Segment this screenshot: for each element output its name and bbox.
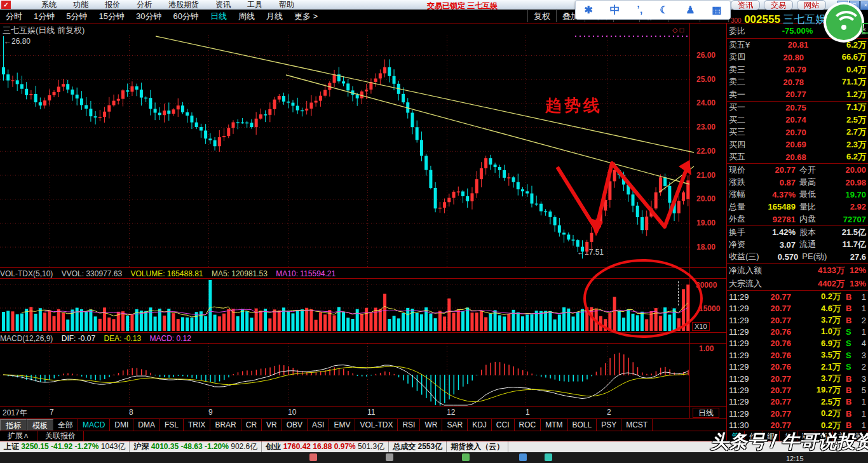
- indicator-tab[interactable]: KDJ: [468, 419, 492, 431]
- indicator-tab[interactable]: ASI: [308, 419, 329, 431]
- indicator-tab[interactable]: MTM: [541, 419, 567, 431]
- indicator-tab[interactable]: CR: [241, 419, 262, 431]
- buy-level-row[interactable]: 买四20.692.3万: [727, 138, 868, 151]
- buy-level-row[interactable]: 买三20.702.7万: [727, 126, 868, 139]
- wifi-arc-mid: [836, 16, 857, 37]
- indicator-group-button[interactable]: 模板: [27, 419, 53, 431]
- ime-toolbar[interactable]: ✱中’,☾♟▦: [575, 0, 731, 20]
- indicator-tab[interactable]: MACD: [78, 419, 110, 431]
- indicator-tab[interactable]: VOL-TDX: [355, 419, 398, 431]
- timeframe-item[interactable]: 30分钟: [130, 10, 167, 23]
- chinese-mode-icon[interactable]: 中: [610, 1, 620, 19]
- chart-tool-button[interactable]: 复权: [527, 10, 556, 22]
- indicator-tab[interactable]: ROC: [515, 419, 541, 431]
- menu-item[interactable]: 分析: [128, 0, 160, 10]
- indicator-tab[interactable]: PSY: [597, 419, 621, 431]
- level-volume: 1.2万: [846, 89, 866, 100]
- timeframe-item[interactable]: 15分钟: [93, 10, 130, 23]
- menu-item[interactable]: 帮助: [271, 0, 302, 10]
- timeframe-item[interactable]: 5分钟: [60, 10, 93, 23]
- indicator-tab[interactable]: DMI: [110, 419, 133, 431]
- trade-tick-row[interactable]: 11:2920.763.5万S3: [727, 349, 868, 361]
- sell-level-row[interactable]: 卖一20.771.2万: [727, 88, 868, 101]
- taskbar-icon[interactable]: [519, 453, 527, 461]
- trade-tick-row[interactable]: 11:2920.762.1万S2: [727, 361, 868, 372]
- timeframe-item[interactable]: 60分钟: [167, 10, 204, 23]
- timeframe-item[interactable]: 更多 >: [288, 10, 323, 23]
- menu-item[interactable]: 系统: [33, 0, 65, 10]
- taskbar-icon[interactable]: [309, 453, 317, 461]
- indicator-tab[interactable]: BOLL: [568, 419, 597, 431]
- taskbar-icon[interactable]: [386, 453, 393, 461]
- paw-icon[interactable]: ✱: [584, 1, 592, 19]
- taskbar-icon[interactable]: [545, 453, 552, 461]
- main-chart-canvas[interactable]: [0, 35, 689, 267]
- menu-item[interactable]: 资讯: [207, 0, 239, 10]
- taskbar-icon[interactable]: [462, 453, 470, 461]
- indicator-tab[interactable]: WR: [420, 419, 442, 431]
- stock-info: 现价20.77今开20.00涨跌0.87最高20.98涨幅4.37%最低19.7…: [727, 163, 868, 263]
- expand-item[interactable]: 关联报价: [37, 431, 84, 441]
- trade-count: 1: [857, 420, 866, 430]
- trade-tick-row[interactable]: 11:2920.774.6万B1: [727, 303, 868, 314]
- top-button[interactable]: 资讯: [731, 0, 760, 10]
- trade-tick-row[interactable]: 11:2920.770.2万B1: [727, 291, 868, 302]
- indicator-tab[interactable]: CCI: [492, 419, 515, 431]
- timeframe-item[interactable]: 月线: [261, 10, 288, 23]
- indicator-tab[interactable]: EMV: [329, 419, 355, 431]
- indicator-tab[interactable]: OBV: [282, 419, 308, 431]
- timeframe-item[interactable]: 周线: [233, 10, 261, 23]
- trade-tick-row[interactable]: 11:2920.773.7万B2: [727, 314, 868, 326]
- indicator-group-button[interactable]: 指标: [0, 419, 27, 431]
- price-tick-label: 26.00: [696, 51, 715, 60]
- indicator-tab[interactable]: RSI: [398, 419, 420, 431]
- macd-chart-canvas[interactable]: [0, 344, 689, 406]
- grid-icon[interactable]: ▦: [712, 1, 721, 19]
- trade-tick-row[interactable]: 11:2920.7719.7万B5: [727, 384, 868, 396]
- expand-item[interactable]: 扩展∧: [0, 431, 37, 441]
- indicator-tab[interactable]: SAR: [442, 419, 468, 431]
- date-tick-label: 2017年: [3, 408, 27, 419]
- indicator-tab[interactable]: FSL: [160, 419, 184, 431]
- menu-item[interactable]: 报价: [97, 0, 128, 10]
- trade-tick-row[interactable]: 11:2920.761.0万S1: [727, 326, 868, 337]
- trade-tick-row[interactable]: 11:2920.770.2万B1: [727, 408, 868, 419]
- index-percent: -1.20%: [205, 442, 231, 451]
- trade-tick-row[interactable]: 11:2920.766.9万S4: [727, 338, 868, 349]
- sell-level-row[interactable]: 卖三20.790.4万: [727, 64, 868, 76]
- indicator-tab[interactable]: BRAR: [210, 419, 241, 431]
- menu-item[interactable]: 功能: [65, 0, 97, 10]
- close-button[interactable]: ×: [860, 1, 868, 10]
- punctuation-icon[interactable]: ’,: [637, 1, 642, 19]
- buy-level-row[interactable]: 买二20.742.5万: [727, 114, 868, 126]
- timeframe-item[interactable]: 1分钟: [28, 10, 60, 23]
- info-row: 换手1.42%股本21.5亿: [727, 226, 868, 238]
- trade-count: 1: [857, 397, 866, 406]
- trade-tick-row[interactable]: 11:2920.773.7万B3: [727, 373, 868, 384]
- indicator-tab[interactable]: DMA: [133, 419, 160, 431]
- buy-level-row[interactable]: 买五20.686.2万: [727, 151, 868, 164]
- trade-volume: 0.2万: [791, 408, 846, 419]
- menu-item[interactable]: 工具: [239, 0, 271, 10]
- trade-tick-row[interactable]: 11:2920.772.5万B1: [727, 396, 868, 408]
- indicator-tab[interactable]: MCST: [621, 419, 653, 431]
- buy-level-row[interactable]: 买一20.757.1万: [727, 102, 868, 114]
- top-button[interactable]: 交易: [764, 0, 793, 10]
- info-row: 涨幅4.37%最低19.70: [727, 189, 868, 201]
- level-price: 20.77: [745, 90, 846, 99]
- sell-level-row[interactable]: 卖四20.8066.6万: [727, 51, 868, 64]
- chart-corner-icons[interactable]: ◇□: [672, 26, 686, 34]
- indicator-tab[interactable]: 全部: [53, 419, 78, 431]
- volume-chart-canvas[interactable]: [0, 279, 689, 332]
- timeframe-item[interactable]: 日线: [205, 10, 233, 23]
- timeframe-item[interactable]: 分时: [0, 10, 28, 23]
- top-button[interactable]: 网站: [797, 0, 826, 10]
- sell-level-row[interactable]: 卖二20.7871.1万: [727, 76, 868, 89]
- indicator-tab[interactable]: TRIX: [184, 419, 210, 431]
- flow-percent: 13%: [850, 279, 866, 288]
- indicator-tab[interactable]: VR: [262, 419, 282, 431]
- user-icon[interactable]: ♟: [686, 1, 695, 19]
- menu-item[interactable]: 港股期货: [160, 0, 207, 10]
- trade-time: 11:29: [729, 304, 754, 313]
- moon-icon[interactable]: ☾: [660, 1, 668, 19]
